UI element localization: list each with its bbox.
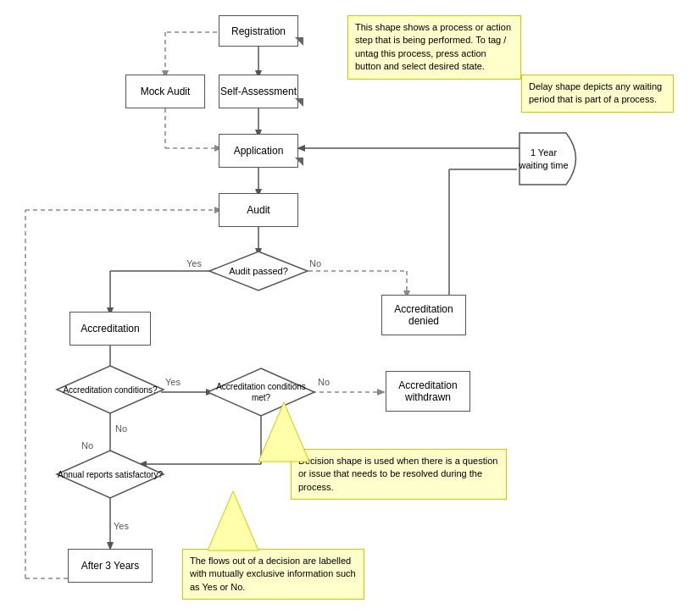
delay-tooltip-text: Delay shape depicts any waiting period t… — [529, 81, 662, 104]
accreditation-denied-box: Accreditation denied — [381, 295, 466, 335]
accreditation-conditions-diamond: Accreditation conditions? — [55, 364, 165, 415]
accreditation-withdrawn-box: Accreditation withdrawn — [386, 371, 470, 412]
delay-shape: 1 Year waiting time — [515, 131, 587, 186]
accreditation-conditions-label: Accreditation conditions? — [63, 384, 157, 396]
decision-tooltip: Decision shape is used when there is a q… — [291, 449, 507, 500]
accreditation-box: Accreditation — [69, 312, 151, 346]
mock-audit-label: Mock Audit — [141, 86, 191, 97]
delay-label: 1 Year waiting time — [515, 147, 572, 171]
application-box: Application — [219, 134, 298, 168]
self-assessment-label: Self-Assessment — [220, 86, 297, 97]
accreditation-conditions-met-diamond: Accreditation conditions met? — [206, 367, 316, 418]
audit-label: Audit — [247, 204, 269, 216]
accreditation-label: Accreditation — [81, 323, 139, 335]
decision-tooltip-text: Decision shape is used when there is a q… — [298, 456, 497, 492]
svg-marker-25 — [377, 389, 386, 396]
process-tooltip-text: This shape shows a process or action ste… — [355, 22, 511, 71]
audit-box: Audit — [219, 193, 298, 227]
mock-audit-box: Mock Audit — [125, 75, 205, 108]
flow-tooltip: The flows out of a decision are labelled… — [182, 549, 364, 600]
registration-box: Registration — [219, 15, 298, 47]
svg-text:No: No — [318, 377, 330, 387]
application-label: Application — [234, 145, 284, 157]
after-years-box: After 3 Years — [68, 549, 153, 583]
delay-tooltip: Delay shape depicts any waiting period t… — [521, 75, 674, 113]
registration-label: Registration — [231, 25, 286, 37]
annual-reports-label: Annual reports satisfactory? — [58, 469, 163, 480]
svg-text:Yes: Yes — [186, 258, 202, 268]
audit-passed-label: Audit passed? — [229, 266, 288, 276]
svg-text:No: No — [115, 423, 127, 434]
audit-passed-diamond: Audit passed? — [208, 250, 309, 292]
svg-text:No: No — [309, 258, 321, 268]
svg-text:Yes: Yes — [165, 377, 181, 387]
accreditation-withdrawn-label: Accreditation withdrawn — [386, 379, 469, 403]
process-tooltip: This shape shows a process or action ste… — [347, 15, 521, 80]
accreditation-denied-label: Accreditation denied — [382, 303, 465, 327]
diagram-container: Yes No No Yes Yes No No Yes Registration… — [0, 0, 700, 614]
flow-tooltip-text: The flows out of a decision are labelled… — [190, 556, 356, 592]
self-assessment-box: Self-Assessment — [219, 75, 298, 108]
accreditation-conditions-met-label: Accreditation conditions met? — [206, 381, 316, 403]
svg-text:Yes: Yes — [266, 453, 281, 463]
svg-marker-54 — [208, 491, 258, 550]
svg-text:Yes: Yes — [114, 521, 129, 531]
after-years-label: After 3 Years — [81, 560, 140, 572]
annual-reports-diamond: Annual reports satisfactory? — [55, 449, 165, 500]
